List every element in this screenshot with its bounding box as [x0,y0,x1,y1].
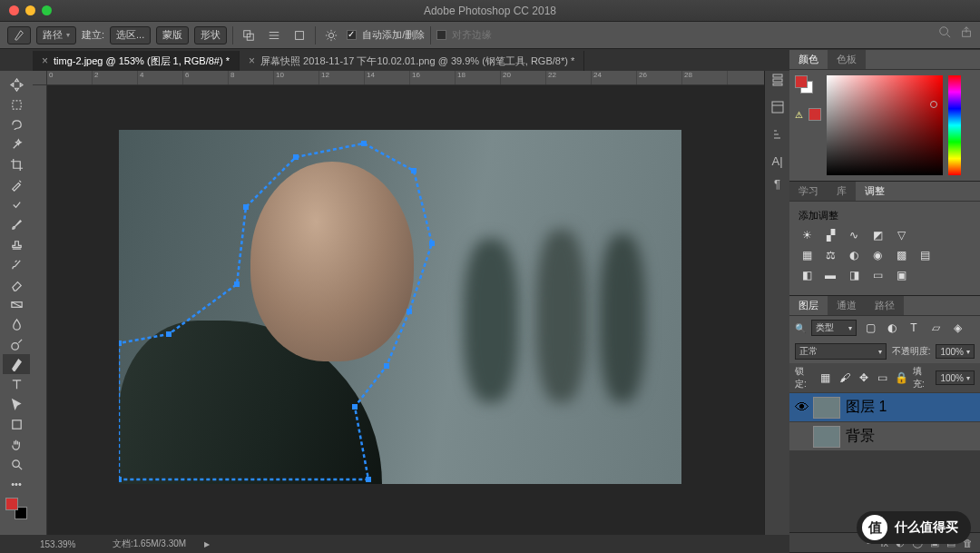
gradient-map-adj-icon[interactable]: ▭ [869,268,886,282]
make-shape-button[interactable]: 形状 [194,26,227,44]
levels-adj-icon[interactable]: ▞ [822,228,838,242]
color-fg-bg-swatch[interactable] [795,75,815,103]
align-edges-checkbox[interactable] [436,30,446,40]
blur-tool[interactable] [3,314,30,334]
zoom-level[interactable]: 153.39% [40,539,94,549]
svg-rect-24 [773,74,782,77]
share-icon[interactable] [960,25,973,42]
channel-mixer-adj-icon[interactable]: ▩ [893,248,909,262]
paragraph-panel-icon[interactable]: ¶ [774,177,780,191]
magic-wand-tool[interactable] [3,134,30,154]
vibrance-adj-icon[interactable]: ▽ [893,228,909,242]
opacity-field[interactable]: 100%▾ [936,344,975,359]
lookup-adj-icon[interactable]: ▤ [916,248,933,262]
posterize-adj-icon[interactable]: ▬ [822,268,838,282]
eyedropper-tool[interactable] [3,174,30,194]
hue-slider[interactable] [948,75,961,175]
exposure-adj-icon[interactable]: ◩ [869,228,886,242]
filter-image-icon[interactable]: ▢ [862,321,878,335]
search-icon[interactable] [938,25,951,42]
selective-color-adj-icon[interactable]: ▣ [893,268,909,282]
make-mask-button[interactable]: 蒙版 [156,26,189,44]
bw-adj-icon[interactable]: ◐ [846,248,862,262]
layers-tab[interactable]: 图层 [789,296,828,315]
path-mode-select[interactable]: 路径▾ [36,26,76,44]
color-balance-adj-icon[interactable]: ⚖ [822,248,838,262]
visibility-toggle[interactable]: 👁 [795,400,808,416]
watermark-icon: 值 [862,515,887,540]
gear-icon[interactable] [321,25,341,45]
learn-tab[interactable]: 学习 [789,182,828,201]
make-selection-button[interactable]: 选区... [110,26,151,44]
color-field[interactable] [827,75,943,175]
auto-add-delete-checkbox[interactable] [347,30,357,40]
layer-name[interactable]: 背景 [846,427,875,446]
lasso-tool[interactable] [3,114,30,134]
heal-tool[interactable] [3,194,30,214]
lock-paint-icon[interactable]: 🖌 [837,370,852,385]
marquee-tool[interactable] [3,94,30,114]
crop-tool[interactable] [3,154,30,174]
invert-adj-icon[interactable]: ◧ [799,268,815,282]
path-ops-icon[interactable] [239,25,259,45]
history-panel-icon[interactable] [770,73,785,91]
filter-adjust-icon[interactable]: ◐ [884,321,900,335]
path-arrange-icon[interactable] [289,25,309,45]
lock-pos-icon[interactable]: ✥ [856,370,871,385]
channels-tab[interactable]: 通道 [828,296,866,315]
hand-tool[interactable] [3,434,30,454]
history-brush-tool[interactable] [3,254,30,274]
document-tab[interactable]: ×timg-2.jpeg @ 153% (图层 1, RGB/8#) * [33,51,240,71]
paths-tab[interactable]: 路径 [866,296,904,315]
layer-name[interactable]: 图层 1 [846,398,887,417]
layer-thumbnail[interactable] [813,426,840,448]
lock-trans-icon[interactable]: ▦ [818,370,833,385]
blend-mode-select[interactable]: 正常▾ [795,343,887,360]
hue-sat-adj-icon[interactable]: ▦ [799,248,815,262]
character-panel-icon[interactable]: A| [771,154,782,168]
status-bar: 153.39% 文档:1.65M/3.30M ▶ [33,535,789,553]
document-canvas[interactable] [119,130,681,484]
type-tool[interactable] [3,374,30,394]
lock-all-icon[interactable]: 🔒 [894,370,909,385]
shape-tool[interactable] [3,414,30,434]
gradient-tool[interactable] [3,294,30,314]
layer-thumbnail[interactable] [813,397,840,419]
filter-type-icon[interactable]: T [906,321,922,335]
path-select-tool[interactable] [3,394,30,414]
layer-row[interactable]: 👁 图层 1 [789,392,980,421]
fg-bg-colors[interactable] [5,498,27,519]
photo-filter-adj-icon[interactable]: ◉ [869,248,886,262]
close-tab-icon[interactable]: × [42,54,48,67]
zoom-tool[interactable] [3,454,30,474]
lock-artboard-icon[interactable]: ▭ [875,370,890,385]
close-tab-icon[interactable]: × [249,54,255,67]
threshold-adj-icon[interactable]: ◨ [846,268,862,282]
filter-shape-icon[interactable]: ▱ [927,321,944,335]
pen-tool[interactable] [3,354,30,374]
properties-panel-icon[interactable] [770,100,785,118]
color-tab[interactable]: 颜色 [789,50,828,69]
dodge-tool[interactable] [3,334,30,354]
brushes-panel-icon[interactable] [770,127,785,145]
layer-row[interactable]: 背景 [789,421,980,450]
swatches-tab[interactable]: 色板 [828,50,866,69]
fill-field[interactable]: 100%▾ [936,370,975,385]
stamp-tool[interactable] [3,234,30,254]
current-tool-indicator[interactable] [7,26,31,44]
filter-search-icon[interactable]: 🔍 [795,323,806,333]
brightness-adj-icon[interactable]: ☀ [799,228,815,242]
eraser-tool[interactable] [3,274,30,294]
filter-smart-icon[interactable]: ◈ [949,321,965,335]
canvas-area[interactable]: 0246810121416182022242628 [33,71,789,535]
libraries-tab[interactable]: 库 [828,182,856,201]
move-tool[interactable] [3,74,30,94]
document-size[interactable]: 文档:1.65M/3.30M [113,538,186,550]
path-align-icon[interactable] [264,25,284,45]
curves-adj-icon[interactable]: ∿ [846,228,862,242]
document-tab[interactable]: ×屏幕快照 2018-11-17 下午10.02.01.png @ 39.9% … [240,51,584,71]
edit-toolbar-icon[interactable]: ••• [3,474,30,494]
brush-tool[interactable] [3,214,30,234]
layer-filter-type[interactable]: 类型▾ [811,320,857,336]
adjustments-tab[interactable]: 调整 [856,182,894,201]
